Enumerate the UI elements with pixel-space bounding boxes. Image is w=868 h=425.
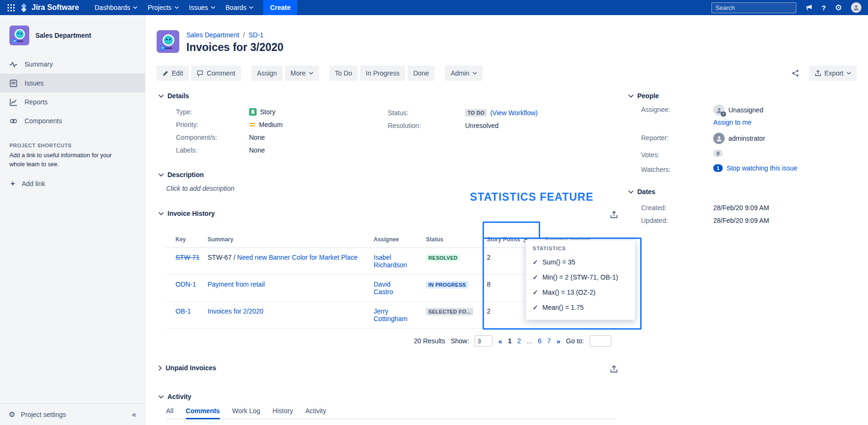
goto-page-input[interactable] bbox=[590, 335, 611, 347]
created-row: Created: 28/Feb/20 9:09 AM bbox=[641, 201, 855, 214]
issue-key-link[interactable]: STW-71 bbox=[175, 254, 200, 261]
chevron-down-icon bbox=[133, 6, 137, 9]
first-page-button[interactable]: « bbox=[498, 337, 502, 345]
nav-dashboards[interactable]: Dashboards bbox=[89, 0, 142, 15]
reporter-row: Reporter: adminstrator bbox=[641, 133, 855, 144]
sidebar-footer: ⚙ Project settings « bbox=[0, 403, 145, 425]
watchers-badge[interactable]: 1 bbox=[713, 164, 723, 172]
tab-activity[interactable]: Activity bbox=[305, 407, 326, 415]
project-avatar bbox=[9, 26, 29, 45]
page-2[interactable]: 2 bbox=[517, 337, 521, 345]
breadcrumb-project-link[interactable]: Sales Department bbox=[186, 31, 239, 39]
issue-key-link[interactable]: ODN-1 bbox=[175, 280, 196, 288]
view-workflow-link[interactable]: (View Workflow) bbox=[490, 109, 538, 117]
user-avatar[interactable] bbox=[851, 2, 861, 13]
add-link-button[interactable]: + Add link bbox=[0, 179, 145, 188]
reports-chart-icon bbox=[9, 98, 17, 106]
col-status[interactable]: Status bbox=[426, 231, 487, 248]
sidebar-item-components[interactable]: Components bbox=[0, 111, 145, 130]
issue-key-link[interactable]: OB-1 bbox=[175, 307, 191, 315]
export-icon bbox=[815, 70, 821, 76]
app-name: Jira Software bbox=[32, 3, 79, 12]
summary-pulse-icon bbox=[9, 60, 17, 68]
transition-inprogress-button[interactable]: In Progress bbox=[360, 66, 405, 81]
project-header: Sales Department bbox=[0, 15, 145, 55]
issue-title: Invoices for 3/2020 bbox=[186, 41, 284, 54]
settings-gear-icon[interactable]: ⚙ bbox=[835, 4, 842, 12]
page-6[interactable]: 6 bbox=[538, 337, 542, 345]
stop-watching-link[interactable]: Stop watching this issue bbox=[726, 164, 797, 172]
invoice-history-header[interactable]: Invoice History bbox=[159, 210, 659, 217]
page-7[interactable]: 7 bbox=[547, 337, 551, 345]
results-count: 20 Results bbox=[414, 337, 445, 345]
app-switcher-icon[interactable] bbox=[8, 4, 15, 11]
dates-section-header[interactable]: Dates bbox=[628, 188, 855, 196]
show-count-input[interactable] bbox=[475, 335, 492, 347]
nav-issues[interactable]: Issues bbox=[184, 0, 220, 15]
assign-button[interactable]: Assign bbox=[251, 66, 283, 81]
description-section-header[interactable]: Description bbox=[159, 171, 234, 178]
chevron-down-icon bbox=[847, 72, 851, 75]
field-resolution: Resolution: Unresolved bbox=[388, 119, 538, 132]
updated-row: Updated: 28/Feb/20 9:09 AM bbox=[641, 214, 855, 227]
sidebar-item-summary[interactable]: Summary bbox=[0, 55, 145, 74]
tab-history[interactable]: History bbox=[273, 407, 293, 415]
assignee-link[interactable]: Jerry Cottingham bbox=[374, 307, 408, 323]
unpaid-invoices-header[interactable]: Unpaid Invoices bbox=[159, 364, 659, 372]
assignee-link[interactable]: David Castro bbox=[374, 280, 393, 296]
assign-to-me-link[interactable]: Assign to me bbox=[713, 119, 751, 126]
tab-worklog[interactable]: Work Log bbox=[232, 407, 260, 415]
create-button[interactable]: Create bbox=[263, 0, 297, 15]
last-page-button[interactable]: » bbox=[557, 337, 560, 345]
transition-todo-button[interactable]: To Do bbox=[329, 66, 358, 81]
status-badge: RESOLVED bbox=[426, 254, 460, 262]
details-section-header[interactable]: Details bbox=[159, 92, 630, 100]
invoice-history-export-button[interactable] bbox=[608, 209, 619, 220]
description-placeholder[interactable]: Click to add description bbox=[166, 185, 234, 192]
jira-logo[interactable]: Jira Software bbox=[19, 3, 79, 12]
export-icon bbox=[610, 365, 618, 373]
sidebar-item-issues[interactable]: Issues bbox=[0, 74, 145, 93]
people-section-header[interactable]: People bbox=[628, 92, 855, 100]
sidebar-item-reports[interactable]: Reports bbox=[0, 93, 145, 111]
project-settings-button[interactable]: Project settings bbox=[21, 411, 66, 418]
page-1[interactable]: 1 bbox=[508, 337, 512, 345]
nav-projects[interactable]: Projects bbox=[142, 0, 184, 15]
admin-button[interactable]: Admin bbox=[445, 66, 483, 81]
field-components: Component/s: None bbox=[176, 131, 630, 144]
edit-button[interactable]: Edit bbox=[157, 66, 189, 81]
search-box[interactable] bbox=[711, 2, 796, 13]
help-icon[interactable]: ? bbox=[822, 4, 826, 12]
comment-button[interactable]: Comment bbox=[191, 66, 241, 81]
col-key[interactable]: Key bbox=[166, 231, 208, 248]
stat-max[interactable]: ✓ Max() = 13 (OZ-2) bbox=[533, 285, 628, 300]
votes-badge[interactable]: 0 bbox=[713, 150, 723, 157]
unpaid-invoices-export-button[interactable] bbox=[608, 363, 619, 374]
summary-link[interactable]: Need new Banner Color for Market Place bbox=[237, 254, 358, 261]
collapse-sidebar-icon[interactable]: « bbox=[132, 410, 136, 419]
export-button[interactable]: Export bbox=[809, 66, 857, 81]
assignee-link[interactable]: Isabel Richardson bbox=[374, 254, 407, 269]
summary-link[interactable]: Invoices for 2/2020 bbox=[208, 307, 263, 315]
updated-value: 28/Feb/20 9:09 AM bbox=[713, 217, 769, 224]
tab-all[interactable]: All bbox=[166, 407, 174, 415]
search-input[interactable] bbox=[716, 4, 799, 11]
nav-boards[interactable]: Boards bbox=[220, 0, 259, 15]
stat-mean[interactable]: ✓ Mean() = 1.75 bbox=[533, 300, 628, 315]
share-button[interactable] bbox=[787, 66, 803, 81]
summary-link[interactable]: Payment from retail bbox=[208, 280, 265, 288]
check-icon: ✓ bbox=[533, 273, 538, 281]
unassigned-avatar: ? bbox=[713, 104, 725, 116]
project-sidebar: Sales Department Summary Issues Reports … bbox=[0, 15, 145, 425]
col-summary[interactable]: Summary bbox=[208, 231, 374, 248]
more-button[interactable]: More bbox=[285, 66, 319, 81]
feedback-megaphone-icon[interactable] bbox=[805, 4, 813, 11]
transition-done-button[interactable]: Done bbox=[408, 66, 434, 81]
col-assignee[interactable]: Assignee bbox=[374, 231, 426, 248]
watchers-row: Watchers: 1 Stop watching this issue bbox=[641, 164, 855, 173]
tab-comments[interactable]: Comments bbox=[186, 407, 220, 415]
stat-sum[interactable]: ✓ Sum() = 35 bbox=[533, 255, 628, 270]
breadcrumb-issue-link[interactable]: SD-1 bbox=[249, 31, 264, 39]
stat-min[interactable]: ✓ Min() = 2 (STW-71, OB-1) bbox=[533, 270, 628, 285]
activity-section-header[interactable]: Activity bbox=[159, 393, 659, 400]
